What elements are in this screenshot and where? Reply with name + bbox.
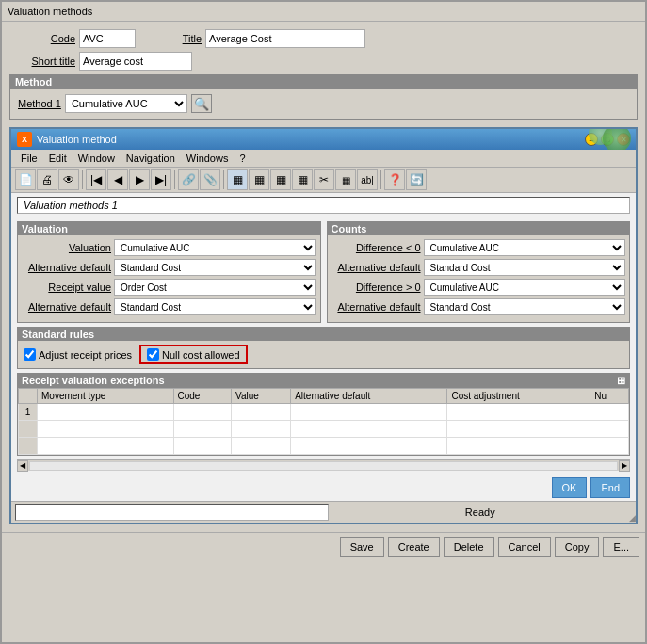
inner-toolbar: 📄 🖨 👁 |◀ ◀ ▶ ▶| 🔗 📎 ▦ ▦ ▦ ▦ ✂ ▦ ab| (11, 168, 636, 193)
col-nu-header: Nu (590, 389, 629, 404)
method-section-content: Method 1 Cumulative AUC 🔍 (10, 89, 637, 119)
menu-file[interactable]: File (15, 151, 43, 166)
toolbar-sep-2 (174, 170, 175, 189)
method-row: Method 1 Cumulative AUC 🔍 (18, 94, 629, 113)
toolbar-prev[interactable]: ◀ (107, 169, 128, 190)
short-title-input[interactable] (79, 52, 192, 71)
count-select-2[interactable]: Cumulative AUC (424, 279, 626, 296)
toolbar-print[interactable]: 🖨 (37, 169, 57, 190)
toolbar-sep-1 (82, 170, 83, 189)
val-select-3[interactable]: Standard Cost (114, 298, 316, 315)
count-label-3: Alternative default (332, 301, 421, 313)
outer-window: Valuation methods Code Title Short title… (0, 0, 647, 644)
null-cost-label[interactable]: Null cost allowed (147, 348, 240, 361)
toolbar-play[interactable]: ▶ (129, 169, 150, 190)
scroll-track[interactable] (29, 461, 618, 471)
receipt-title-text: Receipt valuation exceptions (22, 375, 165, 387)
delete-button[interactable]: Delete (444, 537, 494, 557)
save-button[interactable]: Save (340, 537, 384, 557)
toolbar-sep-4 (380, 170, 381, 189)
inner-scrollbar: ◀ ▶ (17, 459, 630, 471)
toolbar-preview[interactable]: 👁 (58, 169, 79, 190)
null-cost-text: Null cost allowed (162, 349, 240, 361)
standard-rules-title: Standard rules (18, 328, 629, 341)
inner-decor (560, 129, 636, 150)
count-row-2: Difference > 0 Cumulative AUC (332, 279, 626, 296)
inner-titlebar: X Valuation method – □ ✕ (11, 129, 636, 150)
inner-window-icon: X (17, 132, 32, 147)
counts-section-content: Difference < 0 Cumulative AUC Alternativ… (328, 235, 630, 322)
count-row-3: Alternative default Standard Cost (332, 298, 626, 315)
count-row-1: Alternative default Standard Cost (332, 259, 626, 276)
decor-circle-1 (603, 129, 631, 150)
row-num: 1 (19, 404, 38, 421)
scroll-right-arrow[interactable]: ▶ (619, 460, 630, 472)
toolbar-link[interactable]: 🔗 (178, 169, 199, 190)
menu-navigation[interactable]: Navigation (121, 151, 181, 166)
val-select-1[interactable]: Standard Cost (114, 259, 316, 276)
count-select-3[interactable]: Standard Cost (424, 298, 626, 315)
cell-nu[interactable] (590, 404, 629, 421)
val-row-3: Alternative default Standard Cost (22, 298, 316, 315)
create-button[interactable]: Create (388, 537, 440, 557)
count-select-1[interactable]: Standard Cost (424, 259, 626, 276)
cancel-button[interactable]: Cancel (498, 537, 551, 557)
toolbar-filter4[interactable]: ▦ (292, 169, 313, 190)
toolbar-new[interactable]: 📄 (15, 169, 36, 190)
copy-button[interactable]: Copy (555, 537, 600, 557)
cell-alt-default[interactable] (291, 404, 447, 421)
ok-button[interactable]: OK (552, 477, 588, 498)
inner-statusbar: Ready ◢ (11, 501, 636, 523)
valuation-section: Valuation Valuation Cumulative AUC Alter… (17, 221, 321, 323)
row-num-empty-1 (19, 421, 38, 438)
menu-edit[interactable]: Edit (43, 151, 73, 166)
counts-section-title: Counts (328, 222, 630, 235)
receipt-section: Receipt valuation exceptions ⊞ Movement … (17, 373, 630, 456)
toolbar-filter3[interactable]: ▦ (270, 169, 291, 190)
toolbar-attach[interactable]: 📎 (200, 169, 220, 190)
title-input[interactable] (205, 29, 365, 48)
col-num-header (19, 389, 38, 404)
code-input[interactable] (79, 29, 136, 48)
toolbar-help1[interactable]: ❓ (384, 169, 405, 190)
receipt-section-title: Receipt valuation exceptions ⊞ (18, 374, 629, 388)
toolbar-help2[interactable]: 🔄 (406, 169, 427, 190)
cell-code[interactable] (173, 404, 231, 421)
toolbar-sep-3 (223, 170, 224, 189)
count-select-0[interactable]: Cumulative AUC (424, 239, 626, 256)
toolbar-filter1[interactable]: ▦ (227, 169, 248, 190)
valuation-section-title: Valuation (18, 222, 320, 235)
toolbar-first[interactable]: |◀ (86, 169, 106, 190)
short-title-label: Short title (9, 56, 75, 67)
method-search-button[interactable]: 🔍 (191, 94, 212, 113)
val-select-2[interactable]: Order Cost (114, 279, 316, 296)
toolbar-filter5[interactable]: ✂ (314, 169, 334, 190)
end-button[interactable]: End (590, 477, 630, 498)
toolbar-next[interactable]: ▶| (151, 169, 171, 190)
inner-breadcrumb: Valuation methods 1 (17, 197, 630, 214)
menu-windows[interactable]: Windows (181, 151, 235, 166)
counts-section: Counts Difference < 0 Cumulative AUC Alt… (327, 221, 631, 323)
receipt-expand-icon[interactable]: ⊞ (617, 375, 625, 387)
toolbar-text2[interactable]: ab| (357, 169, 378, 190)
cell-cost-adjust[interactable] (447, 404, 590, 421)
outer-content: Code Title Short title Method Method 1 C… (2, 22, 645, 532)
adjust-receipt-label[interactable]: Adjust receipt prices (24, 348, 132, 361)
count-label-2: Difference > 0 (332, 282, 421, 293)
toolbar-filter2[interactable]: ▦ (249, 169, 269, 190)
cell-value[interactable] (231, 404, 290, 421)
val-select-0[interactable]: Cumulative AUC (114, 239, 316, 256)
method-label: Method 1 (18, 98, 61, 109)
null-cost-checkbox[interactable] (147, 348, 159, 361)
resize-handle[interactable]: ◢ (624, 511, 636, 523)
table-row-empty-1 (19, 421, 629, 438)
end-outer-button[interactable]: E... (603, 537, 639, 557)
cell-movement-type[interactable] (38, 404, 174, 421)
menu-help[interactable]: ? (234, 151, 251, 166)
scroll-left-arrow[interactable]: ◀ (17, 460, 28, 472)
toolbar-text1[interactable]: ▦ (335, 169, 356, 190)
menu-window[interactable]: Window (73, 151, 121, 166)
col-costadjust-header: Cost adjustment (447, 389, 590, 404)
method-select[interactable]: Cumulative AUC (65, 94, 187, 113)
adjust-receipt-checkbox[interactable] (24, 348, 36, 361)
